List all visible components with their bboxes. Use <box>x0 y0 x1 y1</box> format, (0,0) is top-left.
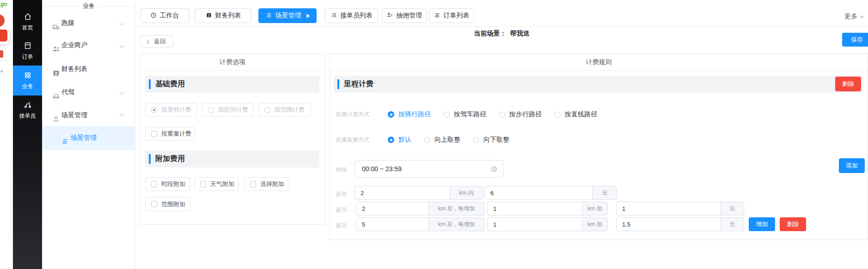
lines-icon <box>266 12 272 20</box>
menu-item-scene-management[interactable]: 场景管理 <box>42 104 135 127</box>
chevron-down-icon <box>120 21 124 25</box>
exceed-step-input[interactable] <box>487 202 582 215</box>
partial-logo-text: go <box>0 1 7 7</box>
radio-option-riding-route[interactable]: 按骑行路径 <box>388 110 431 119</box>
exceed-step-group: km 加 <box>487 217 608 231</box>
exceed-distance-input[interactable] <box>356 217 428 231</box>
checkbox-box-time-extra[interactable]: 时段附加 <box>145 177 190 191</box>
delete-section-button[interactable]: 删除 <box>835 77 861 91</box>
radio-box-by-mileage[interactable]: 按里程计费 <box>145 103 197 117</box>
base-distance-input[interactable] <box>355 186 450 200</box>
delete-tier-button[interactable]: 删除 <box>780 217 806 231</box>
checkbox-box-select-extra[interactable]: 选择附加 <box>244 177 288 191</box>
tab-bar: 工作台 财务列表 场景管理 接单员列表 抽佣管理 订单列表 <box>135 0 868 27</box>
main-content: 工作台 财务列表 场景管理 接单员列表 抽佣管理 订单列表 <box>135 0 868 269</box>
current-scene: 当前场景： 帮我送 <box>474 30 530 38</box>
unit-addon: 元 <box>720 217 744 231</box>
app-root: go + 首页 订单 业务 接单员 业务 <box>0 0 868 269</box>
radio-option-straight-route[interactable]: 按直线路径 <box>555 110 597 119</box>
radio-icon <box>424 137 430 143</box>
partial-red-icon <box>0 14 5 27</box>
back-button[interactable]: 返回 <box>140 35 173 48</box>
grid-icon <box>24 71 32 81</box>
distance-round-row: 距离取整方式 默认 向上取整 向下取整 <box>336 134 858 146</box>
exceed-distance-group: km 后，每增加 <box>356 217 485 231</box>
radio-box-by-range[interactable]: 按范围计费 <box>258 103 311 117</box>
tab-order-list[interactable]: 订单列表 <box>429 8 474 23</box>
add-tier-button[interactable]: 增加 <box>749 217 775 231</box>
tab-finance-list[interactable]: 财务列表 <box>195 8 251 23</box>
time-range-picker[interactable] <box>355 160 503 178</box>
chevron-down-icon <box>860 14 864 18</box>
menu-item-enterprise[interactable]: 企业商户 <box>42 34 135 57</box>
menu-item-driving[interactable]: 代驾 <box>42 81 135 104</box>
save-button[interactable]: 保存 <box>842 33 868 47</box>
chevron-down-icon <box>120 90 124 95</box>
document-icon <box>24 42 32 51</box>
tab-label: 场景管理 <box>275 12 301 20</box>
radio-option-driving-route[interactable]: 按驾车路径 <box>444 110 486 119</box>
sidebar-item-orders[interactable]: 订单 <box>13 42 42 61</box>
exceed-distance-input[interactable] <box>356 202 428 215</box>
close-icon[interactable] <box>306 14 310 18</box>
menu-item-errand[interactable]: 跑腿 <box>42 12 135 35</box>
chevron-down-icon <box>120 43 124 48</box>
unit-addon: km 内 <box>450 186 483 200</box>
sidebar-item-home[interactable]: 首页 <box>13 12 42 32</box>
tab-label: 抽佣管理 <box>396 12 422 20</box>
section-header-mileage-billing: 里程计费 <box>334 76 864 93</box>
distance-calc-row: 距离计算方式 按骑行路径 按驾车路径 按步行路径 按直线路径 <box>336 108 858 120</box>
checkbox-icon <box>151 131 157 137</box>
tab-courier-list[interactable]: 接单员列表 <box>325 8 378 23</box>
radio-selected-icon <box>151 107 157 113</box>
radio-option-default[interactable]: 默认 <box>388 136 411 144</box>
menu-item-label: 企业商户 <box>61 41 87 49</box>
tab-commission[interactable]: 抽佣管理 <box>382 8 427 23</box>
exceed-price-input[interactable] <box>616 217 721 231</box>
exceed-price-group: 元 <box>616 202 744 215</box>
more-menu-button[interactable]: 更多 <box>844 12 863 21</box>
exceed-price-group: 元 <box>616 217 744 231</box>
radio-option-round-down[interactable]: 向下取整 <box>473 136 509 144</box>
checkbox-box-by-weight[interactable]: 按重量计费 <box>145 127 195 141</box>
checkbox-box-range-extra[interactable]: 范围附加 <box>145 197 190 211</box>
tab-label: 工作台 <box>160 12 179 20</box>
unit-addon: km 后，每增加 <box>428 202 485 215</box>
base-price-group: 元 <box>484 186 617 200</box>
fee-row-exceed-2: 超出 km 后，每增加 km 加 元 增加 删除 <box>330 217 868 231</box>
time-range-input[interactable] <box>355 161 503 177</box>
submenu-item-label: 场景管理 <box>71 134 97 142</box>
sidebar-section-title: 业务 <box>42 2 135 10</box>
clock-icon <box>150 12 157 20</box>
row-label: 距离取整方式 <box>336 136 372 144</box>
add-time-range-button[interactable]: 添加 <box>839 158 865 173</box>
row-label: 距离计算方式 <box>336 111 372 119</box>
fee-row-exceed-1: 超出 km 后，每增加 km 加 元 <box>330 202 868 215</box>
radio-selected-icon <box>388 111 394 118</box>
sidebar-item-business[interactable]: 业务 <box>13 66 42 96</box>
base-price-input[interactable] <box>484 186 593 200</box>
checkbox-box-weather-extra[interactable]: 天气附加 <box>194 177 239 191</box>
tab-scene-management-active[interactable]: 场景管理 <box>258 8 317 23</box>
radio-option-round-up[interactable]: 向上取整 <box>424 136 460 144</box>
radio-icon <box>264 107 270 113</box>
person-lines-icon <box>386 12 393 20</box>
billing-options-panel: 计费选项 基础费用 按里程计费 按区间计费 按范围计费 按重量计费 <box>140 54 325 225</box>
radio-selected-icon <box>388 137 394 143</box>
exceed-step-input[interactable] <box>487 217 582 231</box>
section-header-base-fee: 基础费用 <box>145 76 319 93</box>
radio-box-by-interval[interactable]: 按区间计费 <box>202 103 253 117</box>
exceed-price-input[interactable] <box>616 202 721 215</box>
radio-icon <box>473 137 479 143</box>
sidebar-item-couriers[interactable]: 接单员 <box>13 101 42 120</box>
tab-workbench[interactable]: 工作台 <box>140 8 189 23</box>
checkbox-icon <box>151 181 157 187</box>
menu-item-finance[interactable]: 财务列表 <box>42 58 135 81</box>
submenu-item-scene-management-active[interactable]: 场景管理 <box>42 126 135 150</box>
radio-option-walking-route[interactable]: 按步行路径 <box>499 110 542 119</box>
cropped-left-strip: go + <box>0 0 13 269</box>
menu-item-label: 财务列表 <box>61 65 87 73</box>
finance-icon <box>206 12 212 20</box>
list-icon <box>330 12 337 20</box>
menu-item-label: 场景管理 <box>61 111 87 120</box>
